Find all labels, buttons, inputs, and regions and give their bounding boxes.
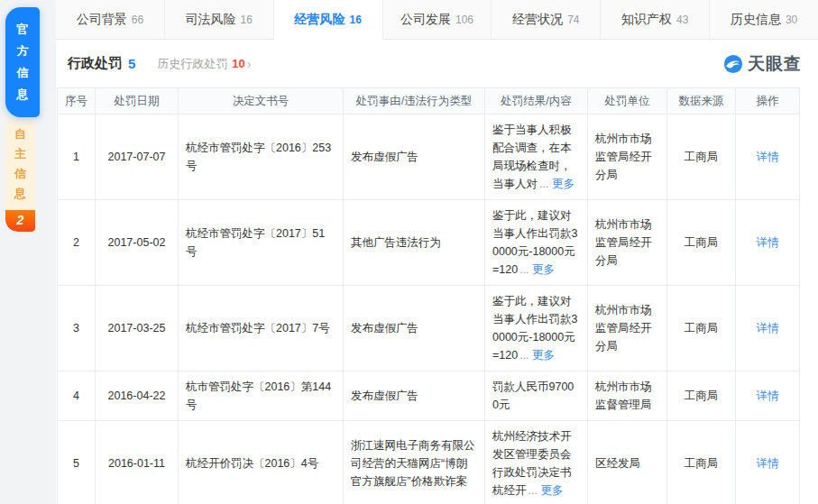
- detail-link[interactable]: 详情: [757, 322, 779, 334]
- penalty-unit: 杭州市市场监管局经开分局: [588, 115, 667, 200]
- column-header: 序号: [58, 88, 96, 115]
- row-index: 2: [58, 200, 96, 286]
- detail-link[interactable]: 详情: [757, 457, 779, 470]
- table-row: 4 2016-04-22 杭市管罚处字〔2016〕第144号 发布虚假广告 罚款…: [58, 371, 800, 421]
- column-header: 处罚结果/内容: [485, 88, 588, 115]
- left-side-tabs: 官方信息 自主信息 2: [0, 0, 56, 504]
- top-tab-count: 43: [676, 14, 688, 26]
- penalty-date: 2016-04-22: [96, 371, 179, 421]
- penalty-reason: 其他广告违法行为: [344, 200, 485, 286]
- sidebar-tab-self-info[interactable]: 自主信息 2: [5, 115, 35, 232]
- data-source: 工商局: [667, 200, 736, 286]
- section-header: 行政处罚 5 历史行政处罚 10 › 天眼查: [56, 40, 818, 87]
- more-link[interactable]: 更多: [532, 349, 555, 362]
- penalty-result-text: 罚款人民币97000元: [492, 380, 574, 411]
- more-link[interactable]: 更多: [532, 263, 555, 276]
- top-tab-count: 74: [567, 14, 579, 26]
- detail-link[interactable]: 详情: [757, 389, 779, 402]
- top-tab-label: 经营风险: [294, 12, 345, 28]
- penalty-reason: 发布虚假广告: [344, 115, 485, 200]
- top-tab-label: 历史信息: [731, 12, 781, 28]
- top-tab-count: 66: [132, 14, 143, 26]
- penalty-unit: 区经发局: [588, 421, 667, 504]
- table-header-row: 序号处罚日期决定文书号处罚事由/违法行为类型处罚结果/内容处罚单位数据来源操作: [58, 88, 800, 115]
- chevron-right-icon: ›: [247, 57, 252, 71]
- data-source: 工商局: [667, 115, 736, 200]
- row-index: 5: [58, 421, 96, 504]
- penalty-date: 2017-07-07: [96, 115, 179, 200]
- more-link[interactable]: 更多: [540, 484, 563, 497]
- sidebar-tab-official-info[interactable]: 官方信息: [5, 7, 40, 117]
- top-tab-bar: 公司背景 66 司法风险 16 经营风险 16 公司发展 106 经营状况 74…: [56, 0, 818, 40]
- penalty-reason: 发布虚假广告: [344, 371, 485, 421]
- top-tab[interactable]: 历史信息 30: [710, 0, 818, 40]
- penalty-reason: 发布虚假广告: [344, 286, 485, 371]
- penalty-result: 罚款人民币97000元... 更多: [485, 371, 588, 421]
- top-tab-label: 司法风险: [186, 12, 236, 28]
- penalty-date: 2017-03-25: [96, 286, 179, 371]
- penalty-result: 鉴于此，建议对当事人作出罚款30000元-18000元=120... 更多: [485, 286, 588, 371]
- penalty-reason: 浙江速网电子商务有限公司经营的天猫网店“博朗官方旗舰店”价格欺诈案: [344, 421, 485, 504]
- table-row: 2 2017-05-02 杭经市管罚处字〔2017〕51号 其他广告违法行为 鉴…: [58, 200, 800, 286]
- top-tab-count: 16: [241, 14, 253, 26]
- operation-cell: 详情: [736, 115, 800, 200]
- penalty-date: 2017-05-02: [96, 200, 179, 286]
- top-tab[interactable]: 经营风险 16: [274, 0, 383, 40]
- main-panel: 公司背景 66 司法风险 16 经营风险 16 公司发展 106 经营状况 74…: [56, 0, 818, 504]
- column-header: 处罚事由/违法行为类型: [344, 88, 485, 115]
- top-tab[interactable]: 公司背景 66: [56, 0, 165, 40]
- table-row: 3 2017-03-25 杭经市管罚处字〔2017〕7号 发布虚假广告 鉴于此，…: [58, 286, 800, 371]
- column-header: 决定文书号: [179, 88, 344, 115]
- doc-number: 杭经市管罚处字〔2017〕51号: [179, 200, 344, 286]
- top-tab[interactable]: 司法风险 16: [165, 0, 274, 40]
- tianyancha-logo-text: 天眼查: [748, 52, 802, 76]
- detail-link[interactable]: 详情: [757, 236, 779, 249]
- top-tab[interactable]: 知识产权 43: [601, 0, 710, 40]
- history-penalty-label: 历史行政处罚: [157, 56, 227, 72]
- history-penalty-count: 10: [232, 57, 244, 70]
- more-link[interactable]: 更多: [552, 178, 574, 190]
- penalty-result: 鉴于当事人积极配合调查，在本局现场检查时，当事人对... 更多: [485, 115, 588, 200]
- official-info-label: 官方信息: [16, 19, 29, 105]
- ellipsis-text: ...: [519, 263, 528, 276]
- section-count: 5: [128, 56, 135, 71]
- top-tab[interactable]: 经营状况 74: [492, 0, 601, 40]
- column-header: 处罚单位: [588, 88, 667, 115]
- doc-number: 杭经市管罚处字〔2017〕7号: [179, 286, 344, 371]
- doc-number: 杭经开价罚决〔2016〕4号: [179, 421, 344, 504]
- table-row: 5 2016-01-11 杭经开价罚决〔2016〕4号 浙江速网电子商务有限公司…: [58, 421, 800, 504]
- doc-number: 杭经市管罚处字〔2016〕253号: [179, 115, 344, 200]
- operation-cell: 详情: [736, 371, 800, 421]
- detail-link[interactable]: 详情: [757, 151, 779, 163]
- column-header: 操作: [736, 88, 800, 115]
- ellipsis-text: ...: [528, 484, 538, 497]
- row-index: 4: [58, 371, 96, 421]
- operation-cell: 详情: [736, 286, 800, 371]
- row-index: 3: [58, 286, 96, 371]
- top-tab-label: 公司发展: [400, 12, 451, 28]
- table-row: 1 2017-07-07 杭经市管罚处字〔2016〕253号 发布虚假广告 鉴于…: [58, 115, 800, 200]
- column-header: 数据来源: [667, 88, 736, 115]
- top-tab-label: 知识产权: [621, 12, 672, 28]
- penalty-result: 鉴于此，建议对当事人作出罚款30000元-18000元=120... 更多: [485, 200, 588, 286]
- penalty-unit: 杭州市市场监管局经开分局: [588, 286, 667, 371]
- self-info-count-badge: 2: [5, 210, 35, 232]
- data-source: 工商局: [667, 286, 736, 371]
- column-header: 处罚日期: [96, 88, 179, 115]
- doc-number: 杭市管罚处字〔2016〕第144号: [179, 371, 344, 421]
- penalty-unit: 杭州市市场监管局经开分局: [588, 200, 667, 286]
- penalty-date: 2016-01-11: [96, 421, 179, 504]
- data-source: 工商局: [667, 421, 736, 504]
- tianyancha-logo: 天眼查: [723, 52, 802, 76]
- history-penalty-link[interactable]: 历史行政处罚 10 ›: [157, 56, 251, 72]
- self-info-label: 自主信息: [14, 124, 27, 204]
- top-tab-count: 16: [349, 14, 361, 26]
- ellipsis-text: ...: [519, 349, 528, 362]
- top-tab[interactable]: 公司发展 106: [383, 0, 492, 40]
- top-tab-label: 公司背景: [77, 12, 127, 28]
- top-tab-count: 30: [786, 14, 797, 26]
- penalty-table: 序号处罚日期决定文书号处罚事由/违法行为类型处罚结果/内容处罚单位数据来源操作 …: [57, 87, 800, 504]
- row-index: 1: [58, 115, 96, 200]
- penalty-result: 杭州经济技术开发区管理委员会行政处罚决定书 杭经开... 更多: [485, 421, 588, 504]
- tianyancha-eye-icon: [723, 54, 743, 74]
